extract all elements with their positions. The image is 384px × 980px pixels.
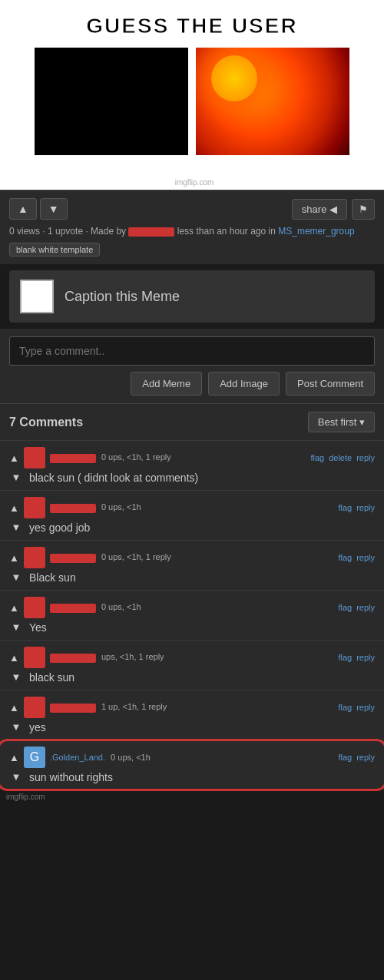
comment-action-flag[interactable]: flag bbox=[338, 653, 352, 662]
comment-body: ▼ black sun bbox=[9, 671, 375, 684]
comment-meta-row: ▲ 0 ups, <1h, 1 reply flag reply bbox=[9, 547, 375, 568]
meme-images bbox=[0, 43, 384, 155]
meme-image-right bbox=[196, 48, 349, 155]
meme-section: GUESS THE USER imgflip.com bbox=[0, 0, 384, 190]
comment-avatar bbox=[24, 697, 45, 718]
comment-upvote[interactable]: ▲ bbox=[9, 602, 19, 614]
comment-item: ▲ ups, <1h, 1 reply flag reply ▼ black s… bbox=[0, 640, 384, 690]
comment-action-flag[interactable]: flag bbox=[310, 453, 324, 462]
comment-action-flag[interactable]: flag bbox=[338, 503, 352, 512]
caption-thumbnail bbox=[20, 280, 54, 313]
tag-button[interactable]: blank white template bbox=[9, 243, 100, 257]
comment-body: ▼ yes good job bbox=[9, 521, 375, 534]
comment-user-info: ups, <1h, 1 reply bbox=[50, 652, 164, 662]
comment-action-reply[interactable]: reply bbox=[356, 603, 375, 612]
comment-ups: 0 ups, <1h bbox=[101, 602, 141, 611]
comment-downvote[interactable]: ▼ bbox=[12, 472, 22, 483]
group-link[interactable]: MS_memer_group bbox=[278, 226, 354, 237]
comment-action-reply[interactable]: reply bbox=[356, 503, 375, 512]
comment-meta-row: ▲ 1 up, <1h, 1 reply flag reply bbox=[9, 697, 375, 718]
post-comment-button[interactable]: Post Comment bbox=[286, 372, 375, 396]
comment-upvote[interactable]: ▲ bbox=[9, 452, 19, 464]
comment-text: black sun bbox=[28, 671, 74, 684]
tag-container: blank white template bbox=[9, 243, 375, 257]
add-image-button[interactable]: Add Image bbox=[208, 372, 280, 396]
redacted-username bbox=[50, 704, 96, 713]
comment-action-reply[interactable]: reply bbox=[356, 703, 375, 712]
comment-item: ▲ 1 up, <1h, 1 reply flag reply ▼ yes bbox=[0, 690, 384, 740]
comment-downvote[interactable]: ▼ bbox=[12, 521, 22, 533]
vote-buttons: ▲ ▼ bbox=[9, 198, 68, 220]
comment-action-delete[interactable]: delete bbox=[329, 453, 352, 462]
comment-item: ▲ 0 ups, <1h flag reply ▼ yes good job bbox=[0, 490, 384, 540]
caption-section[interactable]: Caption this Meme bbox=[9, 270, 375, 323]
comment-left: ▲ 0 ups, <1h bbox=[9, 597, 141, 618]
comment-action-flag[interactable]: flag bbox=[338, 603, 352, 612]
comment-downvote[interactable]: ▼ bbox=[12, 621, 22, 633]
comment-downvote[interactable]: ▼ bbox=[12, 571, 22, 583]
right-buttons: share ◀ ⚑ bbox=[292, 199, 375, 220]
comment-item: ▲ 0 ups, <1h, 1 reply flag delete reply … bbox=[0, 440, 384, 490]
bottom-bar: imgflip.com bbox=[0, 790, 384, 804]
comment-meta-row: ▲ 0 ups, <1h, 1 reply flag delete reply bbox=[9, 447, 375, 468]
comment-action-reply[interactable]: reply bbox=[356, 653, 375, 662]
comment-vote-col: ▼ bbox=[9, 571, 23, 583]
redacted-username bbox=[50, 604, 96, 613]
comment-downvote[interactable]: ▼ bbox=[12, 721, 22, 733]
sort-button[interactable]: Best first ▾ bbox=[308, 412, 375, 432]
comment-ups: 1 up, <1h, 1 reply bbox=[101, 702, 167, 711]
comment-avatar bbox=[24, 547, 45, 568]
comment-text: yes good job bbox=[28, 521, 90, 534]
comment-user-info: 0 ups, <1h bbox=[50, 502, 141, 512]
flag-button[interactable]: ⚑ bbox=[352, 199, 375, 220]
upvote-button[interactable]: ▲ bbox=[9, 198, 37, 220]
comment-vote-col: ▼ bbox=[9, 721, 23, 733]
comment-downvote[interactable]: ▼ bbox=[12, 671, 22, 683]
comment-upvote[interactable]: ▲ bbox=[9, 702, 19, 713]
comment-meta-row: ▲ ups, <1h, 1 reply flag reply bbox=[9, 647, 375, 668]
redacted-username bbox=[50, 554, 96, 563]
comment-action-reply[interactable]: reply bbox=[356, 553, 375, 562]
comment-input[interactable] bbox=[9, 336, 375, 366]
redacted-username bbox=[50, 454, 96, 463]
comment-upvote[interactable]: ▲ bbox=[9, 502, 19, 514]
comment-text: Black sun bbox=[28, 571, 76, 584]
comment-item: ▲ 0 ups, <1h flag reply ▼ Yes bbox=[0, 590, 384, 640]
comments-count: 7 Comments bbox=[9, 416, 83, 429]
imgflip-credit: imgflip.com bbox=[0, 178, 384, 190]
comment-vote-col: ▼ bbox=[9, 521, 23, 533]
downvote-button[interactable]: ▼ bbox=[40, 198, 68, 220]
comment-left: ▲ ups, <1h, 1 reply bbox=[9, 647, 164, 668]
redacted-username bbox=[50, 654, 96, 663]
share-button[interactable]: share ◀ bbox=[292, 199, 347, 220]
comment-ups: 0 ups, <1h, 1 reply bbox=[101, 452, 171, 462]
comment-body: ▼ Yes bbox=[9, 621, 375, 634]
comment-body: ▼ Black sun bbox=[9, 571, 375, 584]
meta-time: less than an hour ago in bbox=[177, 226, 276, 237]
comment-body: ▼ black sun ( didnt look at comments) bbox=[9, 472, 375, 484]
comment-action-reply[interactable]: reply bbox=[356, 453, 375, 462]
add-meme-button[interactable]: Add Meme bbox=[131, 372, 202, 396]
vote-share-row: ▲ ▼ share ◀ ⚑ bbox=[9, 198, 375, 220]
comment-user-info: 0 ups, <1h, 1 reply bbox=[50, 552, 171, 562]
comment-upvote[interactable]: ▲ bbox=[9, 652, 19, 664]
comment-body: ▼ yes bbox=[9, 721, 375, 733]
comment-ups: 0 ups, <1h bbox=[101, 502, 141, 512]
comment-ups: 0 ups, <1h, 1 reply bbox=[101, 552, 171, 561]
comment-action-flag[interactable]: flag bbox=[338, 703, 352, 712]
comment-text: black sun ( didnt look at comments) bbox=[28, 472, 198, 484]
comment-vote-col: ▼ bbox=[9, 621, 23, 633]
comment-upvote[interactable]: ▲ bbox=[9, 552, 19, 564]
comment-avatar bbox=[24, 647, 45, 668]
meme-title: GUESS THE USER bbox=[0, 8, 384, 43]
comment-left: ▲ 0 ups, <1h, 1 reply bbox=[9, 547, 171, 568]
highlight-circle bbox=[0, 739, 384, 791]
redacted-username bbox=[50, 504, 96, 513]
comment-text: yes bbox=[28, 721, 46, 733]
comment-action-flag[interactable]: flag bbox=[338, 553, 352, 562]
controls-section: ▲ ▼ share ◀ ⚑ 0 views · 1 upvote · Made … bbox=[0, 190, 384, 264]
meme-image-left bbox=[35, 48, 188, 155]
meme-bottom-space bbox=[0, 155, 384, 178]
comment-meta-row: ▲ 0 ups, <1h flag reply bbox=[9, 597, 375, 618]
comment-left: ▲ 1 up, <1h, 1 reply bbox=[9, 697, 167, 718]
